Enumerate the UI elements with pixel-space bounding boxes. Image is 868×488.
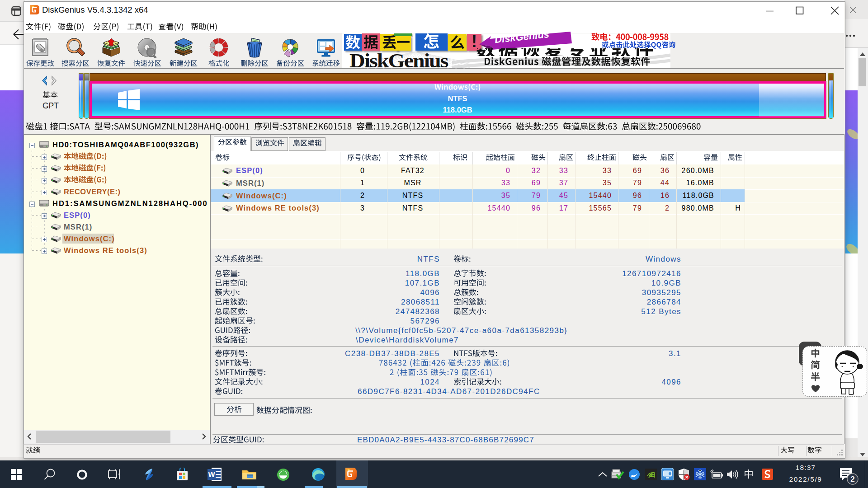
svg-text:2: 2 (850, 475, 854, 483)
svg-text:W: W (208, 471, 215, 479)
